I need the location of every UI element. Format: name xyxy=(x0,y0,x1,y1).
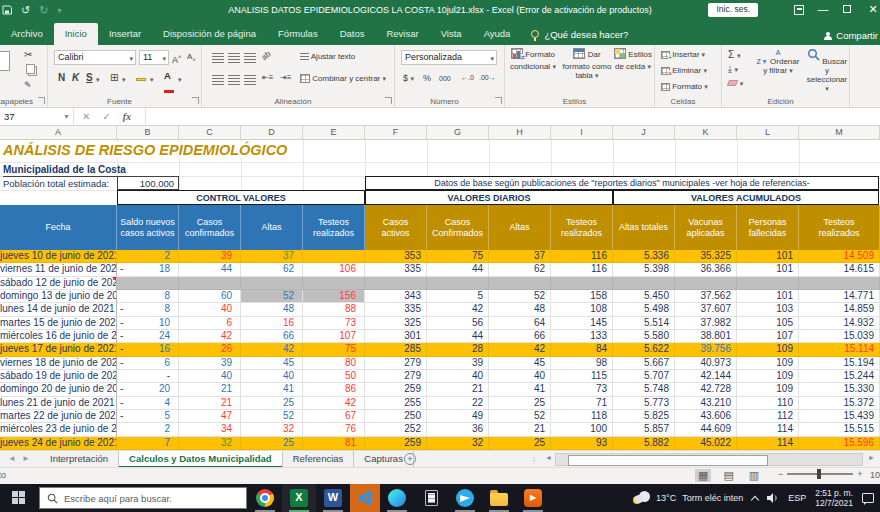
borders-icon[interactable]: ⊞ xyxy=(110,71,118,85)
zoom-out-icon[interactable]: − xyxy=(778,469,783,479)
zoom-slider[interactable] xyxy=(787,473,853,475)
cell[interactable]: 48 xyxy=(489,303,551,316)
cell[interactable]: 156 xyxy=(303,290,365,303)
cell[interactable]: 5- xyxy=(117,410,179,423)
borders-dropdown-icon[interactable]: ▾ xyxy=(122,73,126,87)
edge-taskbar-button[interactable] xyxy=(380,484,414,512)
cell[interactable]: 5.667 xyxy=(613,357,675,370)
cell[interactable]: 42.728 xyxy=(675,383,737,396)
cell[interactable]: 37.562 xyxy=(675,290,737,303)
align-bottom-icon[interactable] xyxy=(244,53,256,63)
sort-filter-button[interactable]: AZ▼ Ordenar y filtrar ▾ xyxy=(754,48,802,75)
table-header[interactable]: Vacunas aplicadas xyxy=(675,205,737,250)
scroll-left-icon[interactable]: ◄ xyxy=(545,454,552,461)
cell[interactable]: 20- xyxy=(117,383,179,396)
cell[interactable]: - xyxy=(117,370,179,383)
cell[interactable]: 115 xyxy=(551,370,613,383)
cell[interactable]: 5.748 xyxy=(613,383,675,396)
cell[interactable]: 14.771 xyxy=(799,290,880,303)
date-cell[interactable]: miércoles 23 de junio de 2021 xyxy=(0,423,117,436)
cell[interactable]: 15.039 xyxy=(799,330,880,343)
cell[interactable]: 22 xyxy=(427,397,489,410)
cell[interactable] xyxy=(489,277,551,290)
cell[interactable]: 49 xyxy=(427,410,489,423)
menu-tab-archivo[interactable]: Archivo xyxy=(0,23,54,45)
cell[interactable]: 5.336 xyxy=(613,250,675,263)
cell[interactable]: 32 xyxy=(179,437,241,450)
minimize-button[interactable]: — xyxy=(812,0,834,20)
cell[interactable]: 5.857 xyxy=(613,423,675,436)
cell[interactable]: 25 xyxy=(241,397,303,410)
date-cell[interactable]: jueves 17 de junio de 2021 xyxy=(0,343,117,356)
column-header-J[interactable]: J xyxy=(613,126,675,139)
comma-format-icon[interactable]: 000 xyxy=(439,72,451,86)
cell[interactable]: 109 xyxy=(737,343,799,356)
cell[interactable]: 118 xyxy=(551,410,613,423)
table-header[interactable]: Testeos realizados xyxy=(799,205,880,250)
table-header[interactable]: Saldo nuevos casos activos xyxy=(117,205,179,250)
cell[interactable] xyxy=(799,277,880,290)
cell[interactable]: 343 xyxy=(365,290,427,303)
cell[interactable]: 21 xyxy=(179,383,241,396)
notepad-taskbar-button[interactable] xyxy=(414,484,448,512)
normal-view-icon[interactable]: ▦ xyxy=(695,469,711,482)
cell[interactable]: 107 xyxy=(303,330,365,343)
formula-input[interactable] xyxy=(145,108,880,125)
cell[interactable]: 252 xyxy=(365,423,427,436)
cell[interactable]: 112 xyxy=(737,410,799,423)
cell[interactable]: 5.707 xyxy=(613,370,675,383)
cell[interactable]: 105 xyxy=(737,317,799,330)
cell[interactable]: 28 xyxy=(427,343,489,356)
menu-tab-insertar[interactable]: Insertar xyxy=(98,23,152,45)
cell[interactable]: 109 xyxy=(737,357,799,370)
cell[interactable]: 39 xyxy=(179,357,241,370)
cell[interactable]: 5 xyxy=(427,290,489,303)
sheet-tab-calculos-y-datos-municipalidad[interactable]: Calculos y Datos Municipalidad xyxy=(119,451,283,468)
underline-dropdown-icon[interactable]: ▾ xyxy=(96,73,100,87)
decrease-decimal-icon[interactable]: .00→ xyxy=(479,71,496,85)
cell[interactable]: 37 xyxy=(489,250,551,263)
cell[interactable] xyxy=(365,277,427,290)
cell[interactable] xyxy=(613,277,675,290)
cell[interactable]: 101 xyxy=(737,290,799,303)
sheet-title-cell[interactable]: ANÁLISIS DE RIESGO EPIDEMIOLÓGICO xyxy=(3,142,295,158)
cell[interactable]: 45 xyxy=(241,357,303,370)
italic-button[interactable]: K xyxy=(72,71,79,85)
table-header[interactable]: Testeos realizados xyxy=(551,205,613,250)
source-note-header[interactable]: Datos de base según publicaciones de "re… xyxy=(365,176,879,190)
zoom-slider-thumb[interactable] xyxy=(817,469,821,479)
table-header[interactable]: Altas totales xyxy=(613,205,675,250)
word-taskbar-button[interactable]: W xyxy=(316,484,350,512)
tell-me-box[interactable]: ¿Qué desea hacer? xyxy=(531,23,628,45)
cell[interactable]: 14.859 xyxy=(799,303,880,316)
cell[interactable]: 15.372 xyxy=(799,397,880,410)
insert-cells-button[interactable]: + Insertar ▾ xyxy=(661,50,705,59)
menu-tab-revisar[interactable]: Revisar xyxy=(375,23,429,45)
cell[interactable]: 133 xyxy=(551,330,613,343)
cell[interactable] xyxy=(241,277,303,290)
cell[interactable]: 158 xyxy=(551,290,613,303)
cell-styles-button[interactable]: Estilos de celda ▾ xyxy=(613,48,653,71)
number-dialog-launcher[interactable] xyxy=(495,97,502,104)
cell[interactable]: 335 xyxy=(365,303,427,316)
table-header[interactable]: Altas xyxy=(241,205,303,250)
currency-format-icon[interactable]: $ ▾ xyxy=(403,71,414,86)
cell[interactable]: 62 xyxy=(241,263,303,276)
cell[interactable]: 255 xyxy=(365,397,427,410)
cell[interactable]: 40 xyxy=(489,370,551,383)
cell[interactable]: 39 xyxy=(179,250,241,263)
format-as-table-button[interactable]: Dar formato como tabla ▾ xyxy=(561,48,613,80)
cell[interactable]: 41 xyxy=(241,383,303,396)
insert-function-icon[interactable]: fx xyxy=(123,111,131,122)
wrap-text-button[interactable]: Ajustar texto xyxy=(300,52,355,61)
font-color-icon[interactable]: A xyxy=(164,69,174,97)
scroll-right-icon[interactable]: ► xyxy=(868,454,875,461)
cell[interactable]: 48 xyxy=(241,303,303,316)
cell[interactable]: 44 xyxy=(427,263,489,276)
cell[interactable]: 52 xyxy=(489,290,551,303)
cell[interactable]: 84 xyxy=(551,343,613,356)
format-cells-button[interactable]: Formato ▾ xyxy=(661,82,708,91)
date-cell[interactable]: jueves 10 de junio de 2021 xyxy=(0,250,117,263)
merge-center-button[interactable]: Combinar y centrar ▾ xyxy=(300,74,386,83)
cell[interactable]: 56 xyxy=(427,317,489,330)
